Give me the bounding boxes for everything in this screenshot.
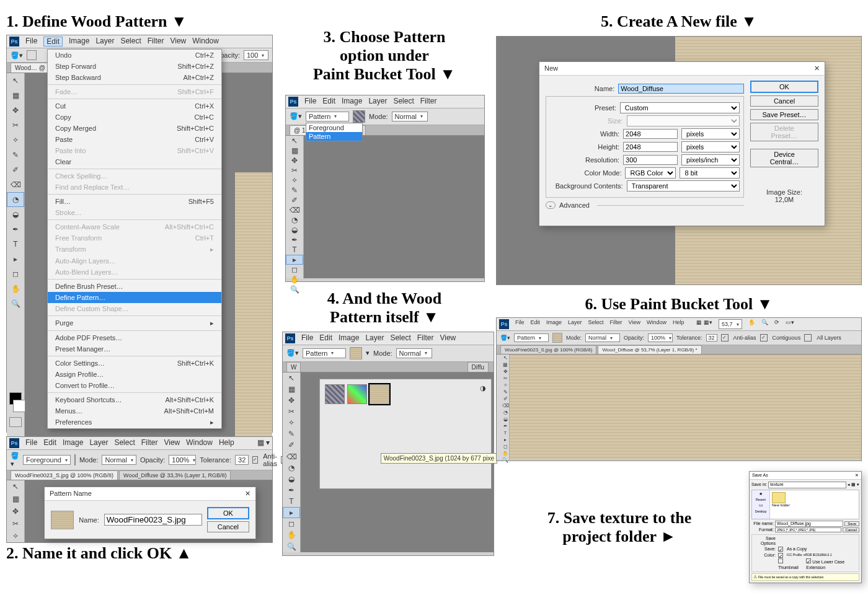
menu-view[interactable]: View [629, 319, 640, 329]
tool-button[interactable]: ✎ [283, 428, 300, 439]
fill-option-fg[interactable]: Foreground [306, 123, 362, 132]
canvas-wood[interactable] [510, 355, 861, 460]
tool-button[interactable]: ▸ [7, 252, 24, 267]
pattern-thumb-2[interactable] [347, 384, 367, 404]
save-button[interactable]: Save [844, 521, 859, 526]
tool-button[interactable]: ↖ [283, 372, 300, 384]
tool-button[interactable]: ✒ [286, 235, 303, 245]
tool-button[interactable]: ▸ [286, 255, 303, 265]
tool-button[interactable]: ◻ [283, 518, 300, 529]
desktop-icon[interactable]: ▭ [759, 503, 763, 508]
menu-item[interactable]: Menus…Alt+Shift+Ctrl+M [48, 405, 221, 416]
doc-tab-2[interactable]: Wood_Diffuse @ 53,7% (Layer 1, RGB/8) * [598, 345, 701, 354]
tool-button[interactable]: ▦ [7, 88, 24, 103]
menu-edit[interactable]: Edit [531, 319, 541, 329]
bucket-icon[interactable]: 🪣▾ [11, 51, 23, 60]
menu-item[interactable]: Color Settings…Shift+Ctrl+K [48, 358, 221, 369]
format-select[interactable]: JPEG (*.JPG;*.JPEG;*.JPE) [775, 527, 841, 532]
doc-tab-1[interactable]: WoodFine0023_S.jpg @ 100% (RGB/8) [500, 345, 596, 354]
menu-item[interactable]: Fill…Shift+F5 [48, 196, 221, 207]
width-unit-select[interactable]: pixels [681, 128, 740, 139]
bg-color-swatch[interactable] [13, 400, 25, 412]
menu-item[interactable]: Keyboard Shortcuts…Alt+Shift+Ctrl+K [48, 394, 221, 405]
resolution-input[interactable] [623, 155, 678, 165]
menu-item[interactable]: Step ForwardShift+Ctrl+Z [48, 61, 221, 72]
fill-select[interactable]: Pattern [514, 333, 549, 342]
tool-button[interactable]: T [7, 237, 24, 252]
tool-button[interactable]: ✧ [7, 530, 24, 542]
cancel-button[interactable]: Cancel [843, 527, 859, 532]
resolution-unit-select[interactable]: pixels/inch [681, 154, 740, 165]
menu-item[interactable]: Preferences▸ [48, 416, 221, 428]
menu-view[interactable]: View [440, 333, 456, 343]
tool-button[interactable]: ◒ [286, 225, 303, 235]
menu-layer[interactable]: Layer [89, 438, 108, 448]
tool-button[interactable]: ✎ [7, 148, 24, 162]
menu-layer[interactable]: Layer [365, 333, 384, 343]
menu-view[interactable]: View [164, 438, 180, 448]
menu-item[interactable]: Assign Profile… [48, 369, 221, 380]
tool-button[interactable]: ✥ [286, 156, 303, 165]
menu-select[interactable]: Select [114, 438, 135, 448]
bucket-icon[interactable]: 🪣▾ [286, 349, 299, 357]
tolerance-field[interactable]: 32 [706, 334, 717, 342]
tool-button[interactable]: ▦ [7, 493, 24, 505]
tool-button[interactable]: ✂ [286, 165, 303, 175]
tool-button[interactable]: ↖ [7, 480, 24, 493]
folder-icon[interactable] [772, 492, 786, 503]
tool-button[interactable]: ✐ [7, 162, 24, 177]
tool-button[interactable]: ✂ [7, 118, 24, 133]
workspace-icon[interactable]: ▦ ▾ [257, 438, 270, 448]
pattern-swatch[interactable] [350, 347, 362, 359]
filename-input[interactable]: Wood_Diffuse.jpg [775, 521, 843, 527]
menu-filter[interactable]: Filter [417, 333, 434, 343]
savein-select[interactable]: texture [768, 482, 846, 488]
tool-button[interactable]: ✋ [7, 281, 24, 296]
star-icon[interactable]: ★ [759, 491, 763, 496]
menu-item[interactable]: PasteCtrl+V [48, 134, 221, 145]
tool-button[interactable]: ◔ [283, 462, 300, 474]
nav-icons[interactable]: ◂ ▦ ▾ [848, 482, 859, 487]
menu-item[interactable]: Purge▸ [48, 317, 221, 329]
opacity-field[interactable]: 100 [244, 50, 268, 60]
tool-button[interactable]: 🔍 [283, 541, 300, 552]
opacity-field[interactable]: 100% [648, 333, 673, 342]
menu-edit[interactable]: Edit [322, 97, 335, 107]
mode-select[interactable]: Normal [585, 333, 620, 342]
rotate-icon[interactable]: ⟳ [774, 319, 779, 329]
tool-button[interactable]: ✐ [286, 195, 303, 205]
opacity-field[interactable]: 100% [169, 455, 196, 465]
menu-item[interactable]: UndoCtrl+Z [48, 50, 221, 61]
pattern-swatch[interactable] [353, 110, 365, 123]
menu-view[interactable]: View [170, 37, 186, 46]
menu-item[interactable]: CutCtrl+X [48, 100, 221, 112]
menu-layer[interactable]: Layer [95, 37, 114, 46]
tool-button[interactable]: ✥ [283, 395, 300, 406]
bitdepth-select[interactable]: 8 bit [680, 167, 740, 178]
menu-image[interactable]: Image [339, 333, 359, 343]
tolerance-field[interactable]: 32 [235, 455, 249, 465]
zoom-field[interactable]: 53,7 [719, 319, 742, 329]
workspace-icon[interactable]: ▦ ▦▾ [696, 319, 712, 329]
fill-option-pattern[interactable]: Pattern [306, 132, 362, 141]
pattern-swatch[interactable] [552, 333, 562, 343]
tool-button[interactable]: ◔ [286, 215, 303, 225]
zoom-icon[interactable]: 🔍 [761, 319, 768, 329]
menu-image[interactable]: Image [342, 97, 362, 107]
menu-item[interactable]: Define Brush Preset… [48, 281, 221, 292]
device-central-button[interactable]: Device Central… [750, 149, 818, 167]
menu-layer[interactable]: Layer [368, 97, 387, 107]
menu-filter[interactable]: Filter [420, 97, 437, 107]
tool-button[interactable]: ✎ [286, 185, 303, 195]
tool-button[interactable]: T [286, 245, 303, 255]
tool-button[interactable]: 🔍 [286, 284, 303, 294]
tool-button[interactable]: ◻ [286, 265, 303, 275]
tool-button[interactable]: ◻ [7, 267, 24, 281]
height-input[interactable] [623, 142, 678, 152]
contiguous-checkbox[interactable]: ✓ [760, 334, 768, 342]
menu-edit[interactable]: Edit [43, 438, 56, 448]
tool-button[interactable]: ✥ [7, 103, 24, 118]
menu-help[interactable]: Help [219, 438, 234, 448]
menu-item[interactable]: Preset Manager… [48, 343, 221, 355]
tool-button[interactable]: ✥ [7, 505, 24, 518]
